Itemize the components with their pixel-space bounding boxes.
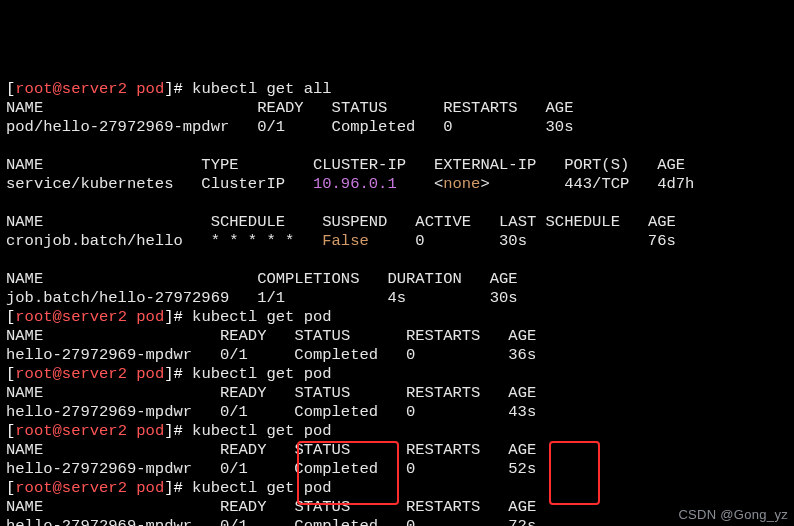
prompt-host: server2 [62, 80, 127, 98]
col-age: AGE [546, 99, 574, 117]
cron-name: cronjob.batch/hello [6, 232, 183, 250]
col-suspend: SUSPEND [322, 213, 387, 231]
prompt-cwd: pod [136, 80, 164, 98]
col-schedule: SCHEDULE [211, 213, 285, 231]
command: kubectl get pod [192, 365, 332, 383]
col-type: TYPE [201, 156, 238, 174]
prompt-user: root [15, 80, 52, 98]
prompt-bracket: [ [6, 80, 15, 98]
col-age: AGE [648, 213, 676, 231]
col-age: AGE [657, 156, 685, 174]
col-status: STATUS [332, 99, 388, 117]
col-last-schedule: LAST SCHEDULE [499, 213, 620, 231]
job-age: 30s [490, 289, 518, 307]
pod-status: Completed [332, 118, 416, 136]
col-ready: READY [257, 99, 304, 117]
cron-active: 0 [415, 232, 424, 250]
pod-name: hello-27972969-mpdwr [6, 346, 192, 364]
svc-age: 4d7h [657, 175, 694, 193]
command: kubectl get pod [192, 308, 332, 326]
svc-ext-open: < [434, 175, 443, 193]
job-completions: 1/1 [257, 289, 285, 307]
command: kubectl get pod [192, 479, 332, 497]
col-name: NAME [6, 156, 43, 174]
col-name: NAME [6, 213, 43, 231]
cron-schedule: * * * * * [211, 232, 295, 250]
pod-name: hello-27972969-mpdwr [6, 517, 192, 526]
cron-suspend: False [322, 232, 369, 250]
col-age: AGE [490, 270, 518, 288]
col-ports: PORT(S) [564, 156, 629, 174]
col-cluster-ip: CLUSTER-IP [313, 156, 406, 174]
pod-age: 30s [546, 118, 574, 136]
pod-name: hello-27972969-mpdwr [6, 460, 192, 478]
cron-age: 76s [648, 232, 676, 250]
pod-name: hello-27972969-mpdwr [6, 403, 192, 421]
pod-ready: 0/1 [257, 118, 285, 136]
col-external-ip: EXTERNAL-IP [434, 156, 536, 174]
col-name: NAME [6, 99, 43, 117]
cron-last: 30s [499, 232, 527, 250]
col-completions: COMPLETIONS [257, 270, 359, 288]
col-duration: DURATION [387, 270, 461, 288]
svc-name: service/kubernetes [6, 175, 173, 193]
pod-restarts: 0 [443, 118, 452, 136]
svc-cluster-ip: 10.96.0.1 [313, 175, 397, 193]
svc-ext-close: > [480, 175, 489, 193]
terminal-output[interactable]: [root@server2 pod]# kubectl get all NAME… [6, 80, 788, 526]
job-name: job.batch/hello-27972969 [6, 289, 229, 307]
svc-type: ClusterIP [201, 175, 285, 193]
svc-ext-text: none [443, 175, 480, 193]
pod-name: pod/hello-27972969-mpdwr [6, 118, 229, 136]
watermark: CSDN @Gong_yz [678, 505, 788, 524]
command: kubectl get pod [192, 422, 332, 440]
svc-ports: 443/TCP [564, 175, 629, 193]
job-duration: 4s [387, 289, 406, 307]
command: kubectl get all [192, 80, 332, 98]
prompt-at: @ [53, 80, 62, 98]
col-name: NAME [6, 270, 43, 288]
col-active: ACTIVE [415, 213, 471, 231]
col-restarts: RESTARTS [443, 99, 517, 117]
